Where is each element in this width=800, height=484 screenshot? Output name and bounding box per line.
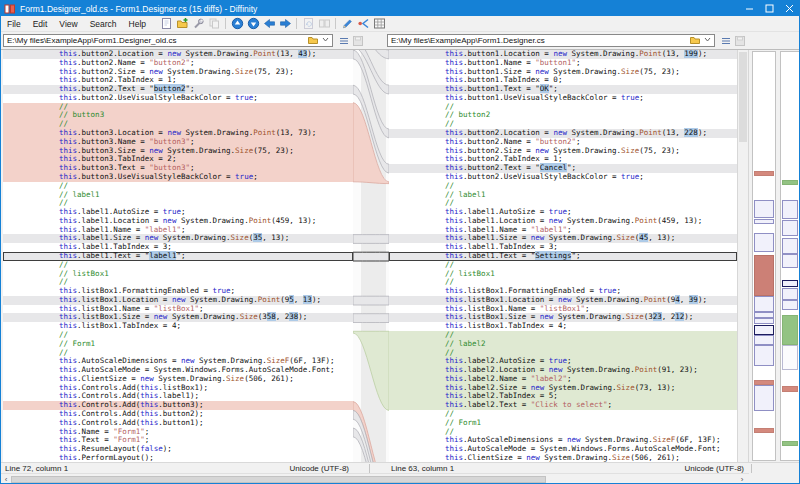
code-line[interactable]: this.ResumeLayout(false); (3, 445, 353, 454)
code-line[interactable]: // (389, 103, 737, 112)
copy-to-left-icon[interactable] (262, 17, 277, 31)
code-line[interactable]: this.Name = "Form1"; (3, 428, 353, 437)
code-line[interactable]: // button3 (3, 111, 353, 120)
overview-diff-mark[interactable] (782, 254, 798, 268)
menu-search[interactable]: Search (84, 17, 123, 31)
overview-diff-mark[interactable] (754, 325, 774, 335)
dropdown-chevron-icon[interactable] (703, 35, 712, 46)
dropdown-chevron-icon[interactable] (321, 35, 330, 46)
overview-diff-mark[interactable] (782, 200, 798, 219)
maximize-button[interactable] (759, 1, 779, 16)
scroll-left-arrow-icon[interactable]: ‹ (1, 474, 11, 484)
code-line[interactable]: this.label2.Text = "Click to select"; (389, 401, 737, 410)
code-line[interactable]: // label1 (389, 191, 737, 200)
menu-help[interactable]: Help (123, 17, 152, 31)
code-line[interactable]: this.Text = "Form1"; (3, 436, 353, 445)
code-line[interactable]: this.button2.UseVisualStyleBackColor = t… (389, 173, 737, 182)
code-line[interactable]: // (3, 182, 353, 191)
code-line[interactable]: // listBox1 (3, 270, 353, 279)
overview-diff-mark[interactable] (782, 315, 798, 345)
code-line[interactable]: this.button1.UseVisualStyleBackColor = t… (389, 94, 737, 103)
left-file-path-combo[interactable]: E:\My files\ExampleApp\Form1.Designer_ol… (3, 34, 333, 47)
overview-diff-mark[interactable] (782, 180, 798, 185)
overview-diff-mark[interactable] (754, 335, 774, 345)
left-save-button[interactable] (351, 34, 364, 47)
overview-diff-mark[interactable] (782, 300, 798, 310)
binary-compare-icon[interactable] (372, 17, 387, 31)
code-line[interactable]: this.listBox1.TabIndex = 4; (389, 322, 737, 331)
overview-diff-mark[interactable] (754, 255, 774, 296)
open-files-icon[interactable] (175, 17, 190, 31)
overview-diff-mark[interactable] (782, 288, 798, 300)
next-diff-icon[interactable] (246, 17, 261, 31)
code-line[interactable]: this.button2.UseVisualStyleBackColor = t… (3, 94, 353, 103)
copy-icon[interactable] (207, 17, 222, 31)
edit-mode-icon[interactable] (340, 17, 355, 31)
scrollbar-thumb[interactable] (11, 476, 546, 483)
code-line[interactable]: // listBox1 (389, 270, 737, 279)
code-line[interactable]: // Form1 (389, 419, 737, 428)
code-line[interactable]: // label1 (3, 191, 353, 200)
code-line[interactable]: // label2 (389, 340, 737, 349)
overview-diff-mark[interactable] (754, 385, 774, 411)
overview-diff-mark[interactable] (754, 171, 774, 176)
overview-diff-mark[interactable] (754, 219, 774, 224)
overview-diff-mark[interactable] (754, 296, 774, 312)
code-line[interactable]: this.label1.Text = "label1"; (3, 252, 353, 261)
overview-diff-mark[interactable] (782, 386, 798, 392)
minimize-button[interactable] (739, 1, 759, 16)
code-line[interactable]: this.label1.Size = new System.Drawing.Si… (3, 234, 353, 243)
close-button[interactable] (779, 1, 799, 16)
horizontal-scrollbar[interactable]: ‹ › (1, 473, 749, 484)
code-line[interactable]: this.button2.Size = new System.Drawing.S… (389, 147, 737, 156)
copy-to-right-icon[interactable] (278, 17, 293, 31)
left-file-overview-bar[interactable] (752, 51, 776, 461)
right-file-overview-bar[interactable] (780, 51, 800, 461)
previous-diff-icon[interactable] (230, 17, 245, 31)
folder-icon[interactable] (689, 34, 701, 47)
code-line[interactable]: this.label1.Text = "Settings"; (389, 252, 737, 261)
code-line[interactable]: this.button1.Size = new System.Drawing.S… (389, 68, 737, 77)
right-vertical-scrollbar[interactable] (737, 50, 749, 463)
left-code-pane[interactable]: this.button2.Location = new System.Drawi… (3, 50, 353, 463)
scroll-right-arrow-icon[interactable]: › (737, 474, 747, 484)
right-code-pane[interactable]: this.button1.Location = new System.Drawi… (389, 50, 737, 463)
overview-diff-mark[interactable] (754, 345, 774, 366)
code-line[interactable]: // Form1 (3, 340, 353, 349)
overview-diff-mark[interactable] (754, 200, 774, 218)
overview-diff-mark[interactable] (782, 441, 798, 446)
code-line[interactable]: // (389, 410, 737, 419)
code-line[interactable]: this.button3.Size = new System.Drawing.S… (3, 147, 353, 156)
overview-diff-mark[interactable] (782, 238, 798, 254)
code-line[interactable]: // button2 (389, 111, 737, 120)
overview-diff-mark[interactable] (782, 280, 798, 287)
code-line[interactable]: this.button2.Size = new System.Drawing.S… (3, 68, 353, 77)
code-line[interactable]: this.button1.TabIndex = 0; (389, 76, 737, 85)
overview-diff-mark[interactable] (754, 428, 774, 433)
code-line[interactable]: this.Controls.Add(this.button1); (3, 419, 353, 428)
new-session-icon[interactable] (159, 17, 174, 31)
right-file-path-combo[interactable]: E:\My files\ExampleApp\Form1.Designer.cs (387, 34, 715, 47)
code-line[interactable]: this.label2.Size = new System.Drawing.Si… (389, 384, 737, 393)
right-save-button[interactable] (733, 34, 746, 47)
refresh-icon[interactable] (301, 17, 316, 31)
merge-icon[interactable] (356, 17, 371, 31)
overview-diff-mark[interactable] (782, 345, 798, 370)
code-line[interactable]: this.listBox1.TabIndex = 4; (3, 322, 353, 331)
overview-diff-mark[interactable] (754, 233, 774, 252)
menu-file[interactable]: File (1, 17, 27, 31)
code-line[interactable]: // (3, 103, 353, 112)
code-line[interactable]: // (3, 331, 353, 340)
code-line[interactable]: this.label1.Size = new System.Drawing.Si… (389, 234, 737, 243)
menu-view[interactable]: View (53, 17, 83, 31)
scrollbar-thumb[interactable] (739, 52, 747, 142)
overview-diff-mark[interactable] (782, 220, 798, 236)
menu-edit[interactable]: Edit (27, 17, 54, 31)
folder-icon[interactable] (307, 34, 319, 47)
code-line[interactable]: // (389, 261, 737, 270)
code-line[interactable]: // (389, 182, 737, 191)
right-file-history-button[interactable] (719, 34, 732, 47)
overview-diff-mark[interactable] (754, 318, 774, 324)
swap-panes-icon[interactable] (317, 17, 332, 31)
left-file-history-button[interactable] (337, 34, 350, 47)
